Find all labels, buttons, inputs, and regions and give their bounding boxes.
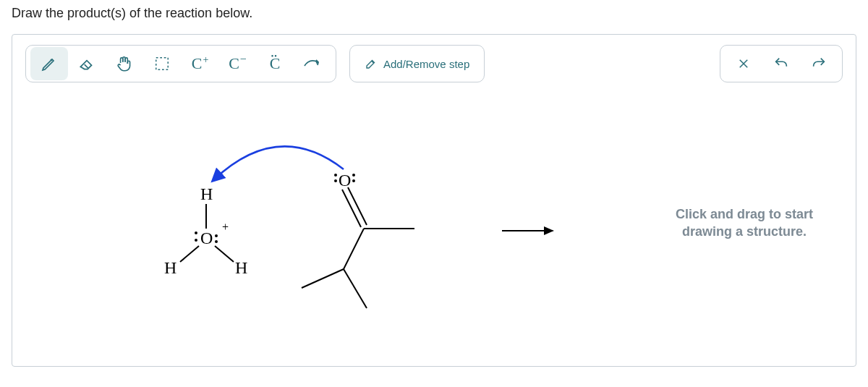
tool-group-draw: C+ C− ••C bbox=[25, 45, 336, 82]
svg-rect-0 bbox=[156, 58, 169, 70]
svg-line-17 bbox=[344, 269, 367, 308]
select-icon bbox=[154, 56, 170, 72]
curved-arrow-button[interactable] bbox=[294, 47, 331, 80]
pencil-button[interactable] bbox=[30, 47, 68, 80]
reaction-arrow bbox=[499, 220, 557, 244]
canvas-hint: Click and drag to start drawing a struct… bbox=[650, 205, 838, 241]
eraser-button[interactable] bbox=[68, 47, 106, 80]
h-right: H bbox=[235, 258, 247, 277]
reaction-structure: O + H H H O bbox=[134, 111, 467, 350]
svg-point-5 bbox=[215, 240, 218, 243]
plus-superscript: + bbox=[203, 54, 208, 65]
svg-point-10 bbox=[334, 179, 337, 182]
clear-button[interactable] bbox=[725, 47, 762, 80]
carbonyl-o: O bbox=[339, 171, 351, 190]
drawing-canvas[interactable]: O + H H H O bbox=[25, 82, 843, 350]
hand-icon bbox=[115, 54, 134, 73]
undo-button[interactable] bbox=[762, 47, 800, 80]
svg-point-9 bbox=[334, 174, 337, 177]
pencil-icon bbox=[41, 55, 58, 72]
edit-step-icon bbox=[365, 57, 378, 70]
c-minus-label: C bbox=[229, 54, 239, 72]
add-remove-step-label: Add/Remove step bbox=[383, 58, 469, 70]
redo-icon bbox=[811, 56, 827, 72]
redo-button[interactable] bbox=[800, 47, 838, 80]
svg-point-12 bbox=[352, 179, 355, 182]
svg-marker-20 bbox=[544, 226, 554, 235]
h-top: H bbox=[200, 184, 213, 203]
svg-point-4 bbox=[215, 234, 218, 237]
eraser-icon bbox=[77, 54, 96, 73]
undo-icon bbox=[773, 56, 789, 72]
hint-line-1: Click and drag to start bbox=[650, 205, 838, 223]
add-remove-step-button[interactable]: Add/Remove step bbox=[354, 47, 480, 80]
svg-point-2 bbox=[195, 231, 197, 234]
tool-group-step: Add/Remove step bbox=[349, 45, 485, 82]
carbon-minus-button[interactable]: C− bbox=[218, 47, 256, 80]
c-plus-label: C bbox=[192, 54, 203, 72]
question-prompt: Draw the product(s) of the reaction belo… bbox=[12, 6, 856, 21]
svg-line-7 bbox=[180, 246, 199, 262]
minus-superscript: − bbox=[240, 53, 247, 65]
svg-line-8 bbox=[215, 246, 234, 262]
curve-arrow-icon bbox=[302, 55, 323, 72]
tool-group-history bbox=[720, 45, 843, 82]
svg-point-3 bbox=[195, 239, 197, 242]
close-icon bbox=[737, 57, 750, 70]
dots-superscript: •• bbox=[271, 52, 278, 60]
plus-charge: + bbox=[222, 221, 229, 233]
pan-button[interactable] bbox=[106, 47, 143, 80]
h-left: H bbox=[164, 258, 176, 277]
svg-line-16 bbox=[344, 229, 364, 269]
svg-point-11 bbox=[352, 174, 355, 177]
oxygen-atom: O bbox=[200, 229, 213, 247]
carbon-lonepair-button[interactable]: ••C bbox=[256, 47, 294, 80]
svg-line-18 bbox=[302, 269, 344, 288]
toolbar: C+ C− ••C Add/Remo bbox=[25, 45, 843, 82]
carbon-plus-button[interactable]: C+ bbox=[181, 47, 218, 80]
editor-frame: C+ C− ••C Add/Remo bbox=[12, 34, 856, 367]
marquee-button[interactable] bbox=[143, 47, 181, 80]
hint-line-2: drawing a structure. bbox=[650, 223, 838, 240]
